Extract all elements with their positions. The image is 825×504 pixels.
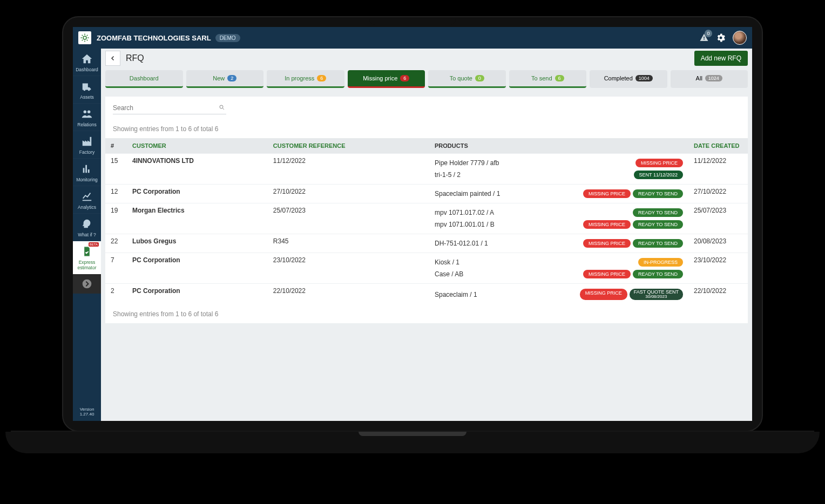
badge-group: MISSING PRICEFAST QUOTE SENT30/08/2023 [580,289,683,300]
document-check-icon [81,246,93,257]
cell-customer: PC Corporation [127,284,268,305]
search-input[interactable] [113,102,226,114]
sidebar-item-factory[interactable]: Factory [73,131,101,159]
status-badge: MISSING PRICE [635,159,683,167]
chevron-left-icon [110,55,116,62]
cell-products: Spaceclaim painted / 1MISSING PRICEREADY… [429,185,688,203]
badge-group: MISSING PRICE [635,159,683,167]
version-label: Version 1.27.40 [79,403,96,421]
table-row[interactable]: 2PC Corporation22/10/2022Spaceclaim / 1M… [105,284,748,305]
product-line: Kiosk / 1IN-PROGRESS [435,256,683,268]
tab-in-progress[interactable]: In progress 6 [267,70,344,88]
cell-customer: PC Corporation [127,185,268,203]
avatar[interactable] [733,31,747,45]
main-content: RFQ Add new RFQ Dashboard New 2 In progr… [101,49,752,421]
cell-date: 20/08/2023 [688,234,748,253]
sidebar-item-assets[interactable]: Assets [73,76,101,104]
table-row[interactable]: 12PC Corporation27/10/2022Spaceclaim pai… [105,185,748,203]
entries-summary-bottom: Showing entries from 1 to 6 of total 6 [105,305,748,323]
col-customer[interactable]: CUSTOMER [127,138,268,154]
status-badge: READY TO SEND [633,189,683,198]
product-name: tri-1-5 / 2 [435,171,461,179]
product-name: DH-751-012.01 / 1 [435,240,488,247]
sidebar-item-relations[interactable]: Relations [73,104,101,131]
back-button[interactable] [105,51,120,66]
tab-all[interactable]: All 1024 [671,70,748,88]
sidebar-item-analytics[interactable]: Analytics [73,186,101,214]
cell-id: 7 [105,253,127,284]
product-name: Kiosk / 1 [435,258,459,266]
col-date[interactable]: DATE CREATED [688,138,748,154]
status-badge: IN-PROGRESS [638,258,683,267]
col-reference[interactable]: CUSTOMER REFERENCE [268,138,429,154]
cell-id: 12 [105,185,127,203]
alerts-button[interactable]: 0 [699,33,709,43]
sidebar-item-whatif[interactable]: What if ? [73,214,101,241]
svg-point-4 [87,111,91,114]
cell-date: 25/07/2023 [688,203,748,234]
table-row[interactable]: 7PC Corporation23/10/2022Kiosk / 1IN-PRO… [105,253,748,284]
add-rfq-button[interactable]: Add new RFQ [694,51,748,66]
svg-point-5 [83,280,92,289]
truck-icon [81,80,93,92]
col-products[interactable]: PRODUCTS [429,138,688,154]
tab-to-quote[interactable]: To quote 0 [428,70,506,88]
demo-badge: DEMO [215,34,240,42]
badge-group: MISSING PRICEREADY TO SEND [583,189,683,198]
tab-new[interactable]: New 2 [186,70,264,88]
sidebar-item-label: Express estimator [73,260,101,270]
col-num[interactable]: # [105,138,127,154]
sidebar-item-label: What if ? [78,232,96,237]
sidebar-item-express-estimator[interactable]: BETA Express estimator [73,241,101,274]
cell-reference: 22/10/2022 [268,284,429,305]
table-row[interactable]: 22Lubos GregusR345DH-751-012.01 / 1MISSI… [105,234,748,253]
tab-to-send[interactable]: To send 6 [509,70,587,88]
sidebar-item-label: Dashboard [76,67,98,72]
cell-reference: 27/10/2022 [268,185,429,203]
cell-reference: 11/12/2022 [268,154,429,185]
cell-customer: PC Corporation [127,253,268,284]
gear-icon [80,33,90,43]
product-name: Spaceclaim painted / 1 [435,190,500,197]
table-row[interactable]: 19Morgan Electrics25/07/2023mpv 1071.017… [105,203,748,234]
product-line: mpv 1071.001.01 / BMISSING PRICEREADY TO… [435,219,683,230]
table-row[interactable]: 154INNOVATIONS LTD11/12/2022Pipe Holder … [105,154,748,185]
cell-date: 22/10/2022 [688,284,748,305]
status-badge: READY TO SEND [633,208,683,217]
status-badge: SENT 11/12/2022 [634,171,683,179]
cell-date: 23/10/2022 [688,253,748,284]
settings-button[interactable] [715,32,726,43]
svg-point-3 [84,111,87,114]
product-name: Pipe Holder 7779 / afb [435,159,499,167]
status-badge: MISSING PRICE [583,270,631,278]
product-line: Spaceclaim painted / 1MISSING PRICEREADY… [435,188,683,200]
sidebar: Dashboard Assets Relations Factory Monit… [73,49,101,421]
cell-products: Pipe Holder 7779 / afbMISSING PRICEtri-1… [429,154,688,185]
cell-id: 22 [105,234,127,253]
entries-summary-top: Showing entries from 1 to 6 of total 6 [105,120,748,138]
status-badge: MISSING PRICE [583,220,631,229]
topbar: ZOOMFAB TECHNOLOGIES SARL DEMO 0 [73,27,752,49]
tab-missing-price[interactable]: Missing price 6 [348,70,425,88]
sidebar-item-label: Monitoring [76,177,98,182]
bars-icon [81,163,93,175]
cell-customer: Lubos Gregus [127,234,268,253]
sidebar-expand-button[interactable] [73,274,101,294]
tab-dashboard[interactable]: Dashboard [105,70,183,88]
tab-completed[interactable]: Completed 1004 [590,70,667,88]
cell-customer: 4INNOVATIONS LTD [127,154,268,185]
status-badge: READY TO SEND [633,239,683,248]
product-line: tri-1-5 / 2SENT 11/12/2022 [435,169,683,181]
sidebar-item-label: Analytics [78,205,96,210]
beta-badge: BETA [89,242,99,247]
badge-group: SENT 11/12/2022 [634,171,683,179]
product-name: Case / AB [435,270,463,278]
cell-id: 2 [105,284,127,305]
sidebar-item-monitoring[interactable]: Monitoring [73,159,101,186]
logo[interactable] [78,31,91,44]
laptop-frame: ZOOMFAB TECHNOLOGIES SARL DEMO 0 Dashboa… [62,16,763,432]
status-badge: READY TO SEND [633,220,683,229]
sidebar-item-dashboard[interactable]: Dashboard [73,49,101,76]
page-title: RFQ [126,53,144,63]
status-badge: FAST QUOTE SENT30/08/2023 [630,289,683,300]
